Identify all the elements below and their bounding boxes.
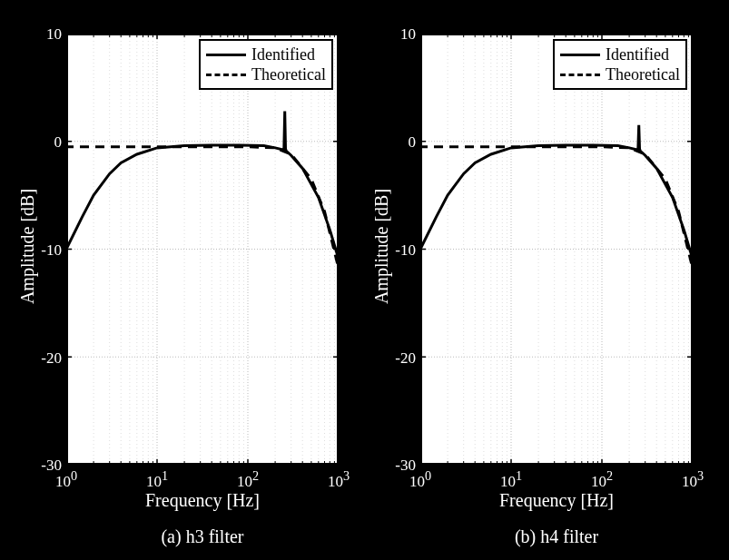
- ylabel-b: Amplitude [dB]: [371, 183, 392, 310]
- legend-row-theoretical: Theoretical: [206, 64, 326, 84]
- ytick-label: 0: [389, 133, 416, 152]
- legend-swatch-solid: [206, 54, 246, 56]
- legend-swatch-dashed: [206, 74, 246, 76]
- legend-row-identified: Identified: [206, 44, 326, 64]
- xlabel-b: Frequency [Hz]: [420, 490, 693, 511]
- legend-label-identified: Identified: [606, 45, 669, 64]
- ytick-label: -10: [389, 241, 416, 260]
- legend-label-identified: Identified: [251, 45, 315, 64]
- ylabel-a: Amplitude [dB]: [17, 183, 38, 310]
- legend-row-identified: Identified: [560, 44, 680, 64]
- panel-b-svg: [420, 34, 693, 465]
- legend-label-theoretical: Theoretical: [606, 65, 680, 84]
- ytick-label: 10: [389, 25, 416, 44]
- xtick-exp: 3: [343, 468, 350, 483]
- xtick-exp: 3: [697, 468, 704, 483]
- subfig-label-b: (b) h4 filter: [420, 526, 693, 547]
- ytick-label: -20: [389, 349, 416, 368]
- subfig-label-a: (a) h3 filter: [66, 526, 339, 547]
- xtick-exp: 2: [252, 468, 259, 483]
- xtick-label: 101: [143, 468, 171, 491]
- ytick-label: 10: [34, 25, 62, 44]
- xtick-label: 102: [234, 468, 261, 491]
- xlabel-a: Frequency [Hz]: [66, 490, 339, 511]
- xtick-label: 103: [325, 468, 352, 491]
- legend-swatch-dashed: [560, 74, 600, 76]
- xtick-label: 100: [407, 468, 434, 491]
- legend-label-theoretical: Theoretical: [251, 65, 326, 84]
- xtick-exp: 0: [71, 468, 77, 483]
- xtick-base: 10: [328, 473, 343, 490]
- xtick-label: 101: [497, 468, 525, 491]
- ytick-label: -20: [34, 349, 62, 368]
- subfig-label-text: (b) h4 filter: [515, 526, 598, 546]
- ytick-label: 0: [34, 133, 62, 152]
- xtick-label: 100: [53, 468, 80, 491]
- panel-a: Identified Theoretical: [66, 34, 339, 465]
- xtick-exp: 1: [516, 468, 522, 483]
- xtick-base: 10: [237, 473, 252, 490]
- legend-b: Identified Theoretical: [553, 39, 687, 90]
- xtick-base: 10: [146, 473, 162, 490]
- panel-a-svg: [66, 34, 339, 465]
- subfig-label-text: (a) h3 filter: [161, 526, 243, 546]
- legend-row-theoretical: Theoretical: [560, 64, 680, 84]
- ytick-label: -10: [34, 241, 62, 260]
- xtick-exp: 0: [425, 468, 431, 483]
- xtick-base: 10: [682, 473, 697, 490]
- panel-b: Identified Theoretical: [420, 34, 693, 465]
- figure-container: Identified Theoretical 10 0 -10 -20 -30 …: [0, 0, 729, 560]
- xtick-base: 10: [55, 473, 71, 490]
- xtick-label: 103: [679, 468, 706, 491]
- xtick-exp: 2: [606, 468, 613, 483]
- xtick-label: 102: [588, 468, 616, 491]
- legend-a: Identified Theoretical: [199, 39, 333, 90]
- xtick-base: 10: [500, 473, 516, 490]
- xtick-exp: 1: [162, 468, 168, 483]
- legend-swatch-solid: [560, 54, 600, 56]
- xtick-base: 10: [409, 473, 425, 490]
- xtick-base: 10: [591, 473, 606, 490]
